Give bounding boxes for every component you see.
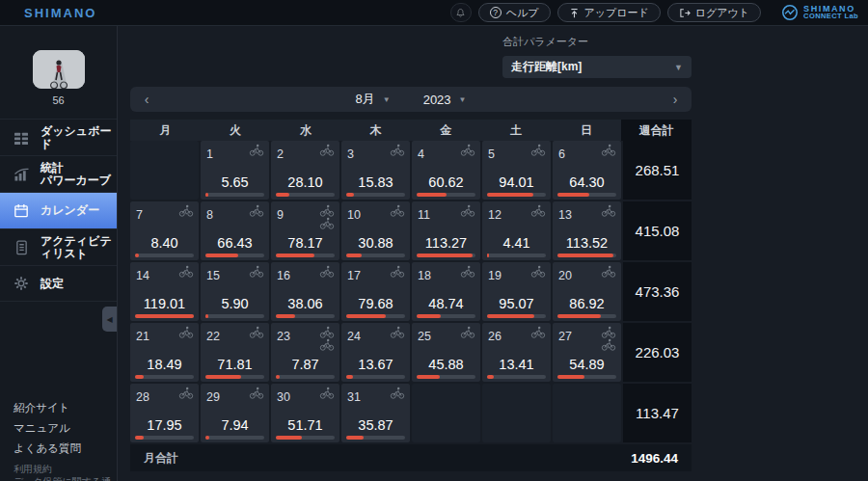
help-icon: ? <box>490 7 502 18</box>
avatar[interactable] <box>33 50 85 89</box>
day-activity-icons <box>178 265 194 278</box>
day-distance-bar <box>417 375 475 379</box>
calendar-day-cell[interactable]: 29 7.94 <box>201 384 269 442</box>
day-distance-bar <box>276 193 335 197</box>
calendar-day-cell[interactable]: 7 8.40 <box>130 201 199 260</box>
weekday-header: 土 <box>481 120 552 141</box>
calendar-day-cell[interactable]: 18 48.74 <box>412 262 480 321</box>
notifications-button[interactable] <box>450 3 472 22</box>
total-parameter-label: 合計パラメーター <box>502 35 692 49</box>
calendar-day-cell[interactable]: 10 30.88 <box>341 201 410 260</box>
calendar-day-cell[interactable]: 26 13.41 <box>482 323 551 382</box>
calendar-day-cell[interactable]: 3 15.83 <box>341 141 410 200</box>
cyclist-icon <box>178 265 194 278</box>
day-distance-bar-fill <box>135 254 139 257</box>
calendar-day-cell[interactable]: 12 4.41 <box>482 201 551 260</box>
day-number: 25 <box>418 330 431 343</box>
day-activity-icons <box>530 144 546 156</box>
calendar-day-cell[interactable]: 4 60.62 <box>412 141 480 200</box>
day-number: 31 <box>347 390 361 404</box>
calendar-day-cell[interactable]: 19 95.07 <box>482 262 551 321</box>
day-distance-bar-fill <box>205 436 209 440</box>
calendar-day-cell[interactable]: 30 51.71 <box>271 384 339 442</box>
calendar-day-cell[interactable]: 28 17.95 <box>130 384 199 442</box>
sidebar-item-dashboard[interactable]: ダッシュボード <box>0 119 117 155</box>
weekly-total-header: 週合計 <box>621 120 692 141</box>
sidebar-collapse-button[interactable]: ◀ <box>102 307 117 332</box>
sidebar-item-calendar[interactable]: カレンダー <box>0 192 117 228</box>
calendar-day-cell[interactable]: 11 113.27 <box>412 201 480 260</box>
day-distance-value: 48.74 <box>412 296 480 311</box>
upload-button[interactable]: アップロード <box>557 3 661 22</box>
calendar-day-cell[interactable]: 5 94.01 <box>482 141 551 200</box>
day-distance-bar <box>276 254 335 257</box>
day-distance-value: 38.06 <box>271 296 339 311</box>
sidebar-item-settings[interactable]: 設定 <box>0 265 117 302</box>
day-distance-value: 66.43 <box>201 235 269 251</box>
sidebar-item-activity-list[interactable]: アクティビティリスト <box>0 228 117 265</box>
day-number: 10 <box>347 208 361 222</box>
cyclist-icon <box>319 217 335 229</box>
day-distance-value: 86.92 <box>553 296 621 311</box>
day-activity-icons <box>178 326 194 338</box>
year-select[interactable]: 2023 ▼ <box>423 91 467 108</box>
day-activity-icons <box>390 144 405 156</box>
next-month-button[interactable]: › <box>659 87 692 112</box>
chevron-left-icon: ◀ <box>106 315 112 324</box>
sidebar-item-stats[interactable]: 統計パワーカーブ <box>0 155 117 192</box>
day-distance-bar-fill <box>487 314 534 318</box>
day-activity-icons <box>249 387 264 399</box>
calendar-day-cell[interactable]: 25 45.88 <box>412 323 480 382</box>
calendar-day-cell[interactable]: 27 54.89 <box>553 323 621 382</box>
day-distance-bar-fill <box>276 375 280 379</box>
day-distance-bar <box>135 314 194 318</box>
logout-button[interactable]: ログアウト <box>667 3 761 22</box>
weekly-total-cell: 226.03 <box>623 323 692 382</box>
day-distance-value: 64.30 <box>553 174 621 190</box>
calendar-day-cell[interactable]: 1 5.65 <box>201 141 269 200</box>
calendar-day-cell[interactable]: 15 5.90 <box>201 262 269 321</box>
calendar-day-cell[interactable]: 13 113.52 <box>553 201 621 260</box>
cyclist-icon <box>319 326 335 338</box>
calendar-day-cell[interactable]: 20 86.92 <box>553 262 621 321</box>
day-activity-icons <box>178 204 194 217</box>
day-distance-bar <box>487 254 546 257</box>
day-distance-bar-fill <box>417 254 473 257</box>
calendar-day-cell[interactable]: 31 35.87 <box>341 384 410 442</box>
sidebar-footer-link[interactable]: よくある質問 <box>14 441 81 456</box>
calendar-day-cell[interactable]: 22 71.81 <box>201 323 269 382</box>
terms-link[interactable]: データ保管に関する通知 <box>14 476 117 481</box>
day-distance-value: 4.41 <box>482 235 551 251</box>
calendar-day-cell[interactable]: 8 66.43 <box>201 201 269 260</box>
month-select[interactable]: 8月 ▼ <box>356 91 391 108</box>
calendar-day-cell[interactable]: 14 119.01 <box>130 262 199 321</box>
day-distance-bar <box>135 436 194 440</box>
calendar-day-cell[interactable]: 6 64.30 <box>553 141 621 200</box>
cyclist-icon <box>319 204 335 217</box>
calendar-day-cell[interactable]: 24 13.67 <box>341 323 410 382</box>
cyclist-icon <box>390 265 405 278</box>
sidebar-footer-link[interactable]: 紹介サイト <box>14 401 81 415</box>
calendar-day-cell[interactable]: 2 28.10 <box>271 141 339 200</box>
calendar-day-cell[interactable]: 9 78.17 <box>271 201 339 260</box>
calendar-day-cell[interactable]: 21 18.49 <box>130 323 199 382</box>
calendar-week-row: 14 119.01 15 5.90 16 38.06 17 79.68 18 4… <box>130 262 692 321</box>
calendar-day-cell[interactable]: 23 7.87 <box>271 323 339 382</box>
cyclist-icon <box>249 265 264 278</box>
day-distance-value: 95.07 <box>482 296 551 311</box>
avatar-photo <box>33 50 85 89</box>
terms-link[interactable]: 利用規約 <box>14 464 117 476</box>
day-number: 22 <box>206 330 220 343</box>
calendar-day-cell[interactable]: 17 79.68 <box>341 262 410 321</box>
sidebar-footer-link[interactable]: マニュアル <box>14 421 81 436</box>
calendar-day-cell[interactable]: 16 38.06 <box>271 262 339 321</box>
day-number: 18 <box>418 269 431 282</box>
day-distance-bar-fill <box>417 314 441 318</box>
help-button[interactable]: ? ヘルプ <box>478 3 551 22</box>
prev-month-button[interactable]: ‹ <box>130 87 163 112</box>
weekly-total-cell: 113.47 <box>623 384 692 442</box>
day-number: 15 <box>206 269 220 282</box>
day-distance-value: 13.67 <box>341 357 410 372</box>
day-distance-bar-fill <box>487 375 494 379</box>
total-parameter-select[interactable]: 走行距離[km] ▼ <box>502 56 692 78</box>
